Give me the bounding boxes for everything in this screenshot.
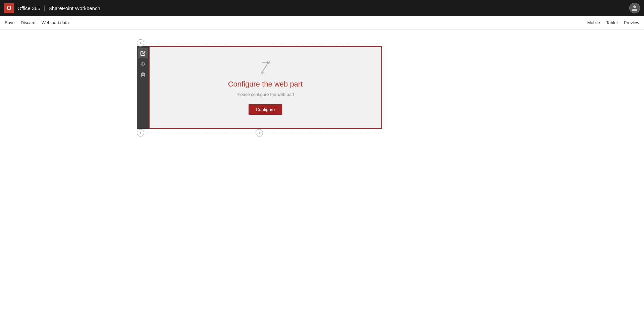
toolbar-right: Mobile Tablet Preview <box>587 20 639 25</box>
configure-icon <box>258 60 273 76</box>
webpart-panel: Configure the web part Please configure … <box>149 46 382 129</box>
delete-icon <box>140 72 146 77</box>
preview-button[interactable]: Preview <box>624 20 639 25</box>
app-subtitle: SharePoint Workbench <box>49 5 100 11</box>
edit-webpart-button[interactable] <box>138 48 148 58</box>
bottom-left-add-button[interactable]: + <box>137 129 144 137</box>
top-bar-right <box>629 3 640 13</box>
user-icon <box>631 5 638 11</box>
office-logo: O <box>4 3 14 13</box>
workbench-zone: + <box>137 40 382 137</box>
canvas-area: + <box>0 30 644 325</box>
webpart-toolbar <box>137 46 149 129</box>
divider: | <box>44 5 45 12</box>
move-webpart-button[interactable] <box>138 59 148 69</box>
user-avatar[interactable] <box>629 3 640 13</box>
tablet-button[interactable]: Tablet <box>606 20 618 25</box>
delete-webpart-button[interactable] <box>138 70 148 80</box>
bottom-separator-row: + + <box>137 129 382 137</box>
top-dashed-line <box>144 43 382 43</box>
app-name: Office 365 <box>17 5 40 11</box>
webpart-title: Configure the web part <box>228 80 303 89</box>
webpart-subtitle: Please configure the web part <box>236 92 294 97</box>
toolbar-bar: Save Discard Web part data Mobile Tablet… <box>0 16 644 30</box>
top-separator-row: + <box>137 40 382 46</box>
top-add-button[interactable]: + <box>137 39 144 47</box>
webpart-container: Configure the web part Please configure … <box>137 46 382 129</box>
configure-button[interactable]: Configure <box>249 104 282 115</box>
mobile-button[interactable]: Mobile <box>587 20 600 25</box>
web-part-data-button[interactable]: Web part data <box>42 20 69 25</box>
save-button[interactable]: Save <box>5 20 15 25</box>
bottom-center-add-button[interactable]: + <box>256 129 263 137</box>
edit-icon <box>140 51 146 56</box>
discard-button[interactable]: Discard <box>21 20 36 25</box>
top-bar: O Office 365 | SharePoint Workbench <box>0 0 644 16</box>
move-icon <box>140 61 146 67</box>
bottom-dashed-line <box>144 133 382 133</box>
toolbar-left: Save Discard Web part data <box>5 20 581 25</box>
